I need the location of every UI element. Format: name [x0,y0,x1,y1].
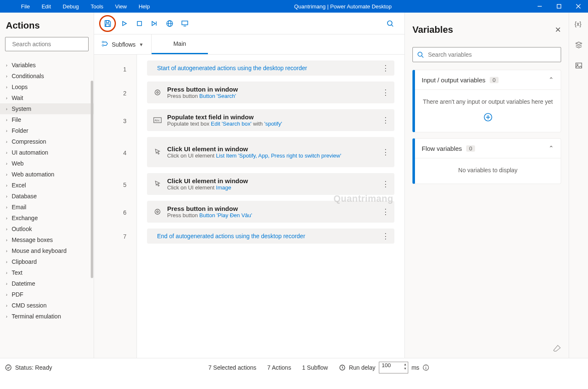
action-category-compression[interactable]: ›Compression [0,136,94,147]
variables-search-input[interactable] [428,51,556,58]
flow-variables-header[interactable]: Flow variables 0 ⌃ [415,139,561,158]
press-icon [153,88,162,97]
stop-icon [136,21,142,26]
action-category-text[interactable]: ›Text [0,267,94,278]
actions-search-input[interactable] [12,41,86,47]
menu-debug[interactable]: Debug [57,1,84,12]
run-delay-input[interactable]: 100 ▲▼ [379,362,408,373]
images-rail-icon[interactable] [575,62,583,71]
action-category-loops[interactable]: ›Loops [0,81,94,92]
action-category-variables[interactable]: ›Variables [0,60,94,71]
action-category-database[interactable]: ›Database [0,191,94,202]
recorder-marker[interactable]: Start of autogenerated actions using the… [147,60,394,76]
action-category-folder[interactable]: ›Folder [0,125,94,136]
action-category-ui-automation[interactable]: ›UI automation [0,147,94,158]
scrollbar-thumb[interactable] [91,81,93,278]
action-category-exchange[interactable]: ›Exchange [0,213,94,223]
recorder-marker[interactable]: End of autogenerated actions using the d… [147,229,394,244]
subflows-button[interactable]: Subflows ▼ [94,34,152,54]
action-category-email[interactable]: ›Email [0,202,94,213]
run-button[interactable] [117,16,132,31]
action-categories[interactable]: ›Variables›Conditionals›Loops›Wait›Syste… [0,55,94,358]
category-label: Excel [12,182,26,189]
action-category-conditionals[interactable]: ›Conditionals [0,71,94,81]
menu-file[interactable]: File [15,1,36,12]
svg-point-37 [426,365,426,366]
tab-main[interactable]: Main [152,34,208,54]
actions-search[interactable] [5,37,89,51]
category-label: Terminal emulation [12,313,61,320]
line-number: 3 [94,110,136,138]
variables-search[interactable] [412,47,561,62]
right-rail: {x} [569,13,588,358]
more-icon[interactable]: ⋮ [382,183,389,185]
layers-rail-icon[interactable] [575,41,583,50]
flow-action-card[interactable]: Press button in windowPress button Butto… [147,81,394,103]
flow-variables-section: Flow variables 0 ⌃ No variables to displ… [412,138,561,184]
flow-action-card[interactable]: AbcPopulate text field in windowPopulate… [147,109,394,131]
action-category-datetime[interactable]: ›Datetime [0,278,94,289]
text-icon: Abc [153,116,162,125]
desktop-recorder-button[interactable] [177,16,192,31]
action-category-excel[interactable]: ›Excel [0,180,94,191]
action-category-mouse-and-keyboard[interactable]: ›Mouse and keyboard [0,245,94,256]
more-icon[interactable]: ⋮ [382,151,389,153]
svg-point-20 [157,92,158,93]
web-recorder-button[interactable] [162,16,177,31]
action-category-file[interactable]: ›File [0,114,94,125]
menu-tools[interactable]: Tools [85,1,109,12]
action-category-clipboard[interactable]: ›Clipboard [0,256,94,267]
globe-icon [166,20,173,27]
category-label: Loops [12,84,28,90]
more-icon[interactable]: ⋮ [382,92,389,93]
eraser-icon[interactable] [553,344,561,354]
more-icon[interactable]: ⋮ [382,67,389,69]
flow-action-card[interactable]: Press button in windowPress button Butto… [147,201,394,223]
step-button[interactable] [147,16,162,31]
chevron-right-icon: › [6,117,8,122]
action-category-pdf[interactable]: ›PDF [0,289,94,300]
more-icon[interactable]: ⋮ [382,119,389,121]
action-subtitle: Click on UI element List Item 'Spotify, … [167,152,341,159]
svg-point-32 [577,64,578,66]
action-subtitle: Press button Button 'Play Đen Vâu' [167,212,252,218]
action-category-message-boxes[interactable]: ›Message boxes [0,234,94,245]
category-label: Compression [12,138,46,145]
category-label: Database [12,193,37,200]
menu-edit[interactable]: Edit [36,1,57,12]
spinner-icon[interactable]: ▲▼ [404,363,407,371]
maximize-button[interactable] [549,0,569,13]
menu-help[interactable]: Help [133,1,156,12]
chevron-right-icon: › [6,128,8,133]
action-category-terminal-emulation[interactable]: ›Terminal emulation [0,311,94,322]
minimize-button[interactable] [530,0,549,13]
flow-variables-count: 0 [466,145,475,152]
flow-action-card[interactable]: Click UI element in windowClick on UI el… [147,173,394,195]
add-io-variable-button[interactable] [483,113,493,122]
action-category-web[interactable]: ›Web [0,158,94,169]
info-icon[interactable] [423,364,429,371]
search-flow-button[interactable] [383,16,398,31]
variables-title: Variables [412,24,555,35]
more-icon[interactable]: ⋮ [382,211,389,213]
flow-variables-label: Flow variables [422,145,462,152]
stop-button[interactable] [132,16,147,31]
io-variables-header[interactable]: Input / output variables 0 ⌃ [415,70,561,89]
action-category-wait[interactable]: ›Wait [0,92,94,103]
action-title: Click UI element in window [167,145,341,152]
run-delay-label: Run delay [349,364,375,371]
action-category-web-automation[interactable]: ›Web automation [0,169,94,180]
close-button[interactable] [569,0,588,13]
variables-rail-icon[interactable]: {x} [575,20,583,29]
flow-steps[interactable]: Start of autogenerated actions using the… [137,55,404,358]
flow-action-card[interactable]: Click UI element in windowClick on UI el… [147,137,394,167]
menu-view[interactable]: View [109,1,133,12]
more-icon[interactable]: ⋮ [382,235,389,237]
chevron-right-icon: › [6,292,8,297]
chevron-right-icon: › [6,303,8,308]
close-variables-button[interactable]: ✕ [555,25,561,34]
action-category-system[interactable]: ›System [0,103,94,114]
save-button[interactable] [100,16,115,31]
action-category-cmd-session[interactable]: ›CMD session [0,300,94,311]
action-category-outlook[interactable]: ›Outlook [0,223,94,234]
